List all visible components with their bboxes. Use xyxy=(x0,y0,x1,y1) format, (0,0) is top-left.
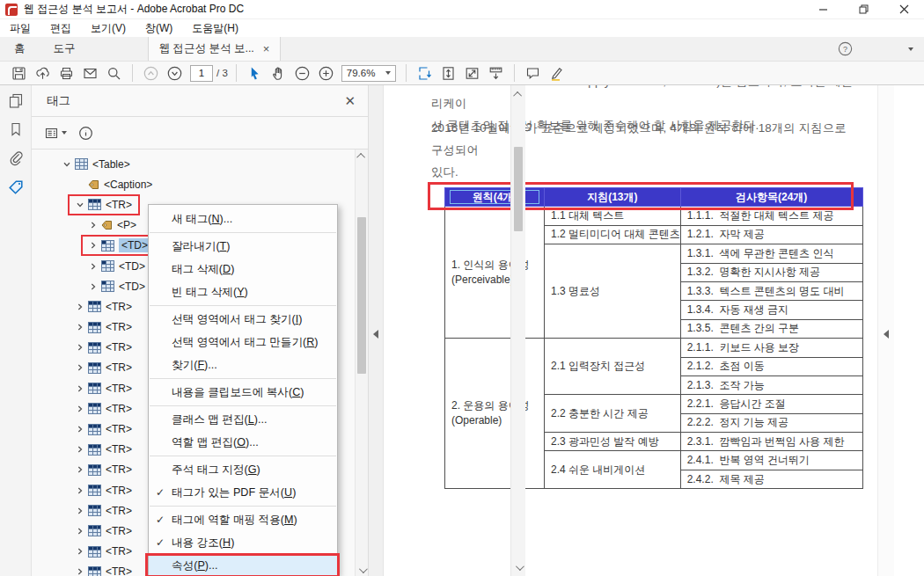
context-menu-item-빈 태그 삭제[interactable]: 빈 태그 삭제(Y) xyxy=(149,281,337,303)
tab-close-icon[interactable]: × xyxy=(263,42,270,55)
table-row-icon xyxy=(88,383,101,394)
chevron-right-icon[interactable] xyxy=(75,527,85,536)
tree-item-table[interactable]: <Table> xyxy=(32,154,354,174)
menu-보기(V)[interactable]: 보기(V) xyxy=(81,19,136,37)
tags-options-menu-icon[interactable] xyxy=(44,126,67,141)
context-menu-item-태그가 있는 PDF 문서[interactable]: ✓태그가 있는 PDF 문서(U) xyxy=(149,481,337,504)
chevron-right-icon[interactable] xyxy=(75,363,85,372)
page-thumbnails-icon[interactable] xyxy=(8,92,24,108)
checkpoint-cell: 1.3.2. 명확한 지시사항 제공 xyxy=(680,263,862,281)
zoom-level-dropdown[interactable]: 79.6% xyxy=(341,65,396,82)
scrolling-mode-icon[interactable] xyxy=(417,66,432,81)
expand-right-pane-icon[interactable] xyxy=(884,330,889,339)
chevron-right-icon[interactable] xyxy=(75,507,85,515)
fit-visible-icon[interactable] xyxy=(488,66,503,81)
context-menu-item-찾기[interactable]: 찾기(F)... xyxy=(149,354,337,376)
help-icon[interactable]: ? xyxy=(838,41,853,56)
toolbar-options-caret-icon[interactable] xyxy=(908,47,913,51)
chevron-right-icon[interactable] xyxy=(75,465,85,474)
chevron-right-icon[interactable] xyxy=(75,425,85,434)
attachments-icon[interactable] xyxy=(8,150,24,166)
minimize-button[interactable] xyxy=(803,0,843,18)
zoom-in-icon[interactable] xyxy=(319,66,334,81)
checkpoint-cell: 2.4.2. 제목 제공 xyxy=(680,470,862,488)
tree-item-label: <TD> xyxy=(119,238,150,252)
chevron-right-icon[interactable] xyxy=(88,282,99,291)
select-tool-icon[interactable] xyxy=(247,66,262,81)
chevron-right-icon[interactable] xyxy=(75,547,85,556)
context-menu-item-내용 강조[interactable]: ✓내용 강조(H) xyxy=(149,531,337,554)
context-menu-item-태그 삭제[interactable]: 태그 삭제(D) xyxy=(149,258,337,281)
chevron-right-icon[interactable] xyxy=(75,384,85,393)
page-number-input[interactable]: 1 xyxy=(190,65,213,82)
context-menu-item-label: 새 태그(N)... xyxy=(172,213,232,225)
tags-icon[interactable] xyxy=(8,179,24,195)
chevron-right-icon[interactable] xyxy=(75,486,85,495)
chevron-right-icon[interactable] xyxy=(75,323,85,332)
checkmark-icon: ✓ xyxy=(156,531,165,554)
page-next-icon[interactable] xyxy=(167,66,182,81)
context-menu-item-선택 영역에서 태그 찾기[interactable]: 선택 영역에서 태그 찾기(I) xyxy=(149,308,337,331)
menu-도움말(H)[interactable]: 도움말(H) xyxy=(182,19,248,37)
context-menu-item-내용을 클립보드에 복사[interactable]: 내용을 클립보드에 복사(C) xyxy=(149,381,337,404)
print-icon[interactable] xyxy=(59,66,74,81)
context-menu-item-label: 잘라내기(T) xyxy=(172,240,230,252)
context-menu-item-주석 태그 지정[interactable]: 주석 태그 지정(G) xyxy=(149,458,337,481)
chevron-right-icon[interactable] xyxy=(75,445,85,454)
chevron-right-icon[interactable] xyxy=(75,303,85,311)
menu-편집[interactable]: 편집 xyxy=(40,19,81,37)
page-previous-icon xyxy=(143,66,158,81)
zoom-out-icon[interactable] xyxy=(295,66,310,81)
search-icon[interactable] xyxy=(106,66,121,81)
chevron-right-icon[interactable] xyxy=(88,262,99,271)
tools-tab[interactable]: 도구 xyxy=(40,37,90,61)
context-menu-item-새 태그[interactable]: 새 태그(N)... xyxy=(149,208,337,230)
page-total-label: / 3 xyxy=(216,68,228,78)
info-icon[interactable] xyxy=(78,126,93,141)
tags-panel-scrollbar[interactable] xyxy=(355,149,368,576)
checkpoint-cell: 2.2.2. 정지 기능 제공 xyxy=(680,413,862,432)
chevron-down-icon[interactable] xyxy=(75,201,85,209)
restore-button[interactable] xyxy=(843,0,884,18)
context-menu-item-잘라내기[interactable]: 잘라내기(T) xyxy=(149,235,337,258)
hand-tool-icon[interactable] xyxy=(271,66,286,81)
collapse-panel-icon[interactable] xyxy=(373,330,378,339)
menu-파일[interactable]: 파일 xyxy=(0,19,40,37)
document-scrollbar-thumb[interactable] xyxy=(514,147,523,231)
tree-item-label: <TR> xyxy=(106,525,132,537)
share-file-icon[interactable] xyxy=(35,66,50,81)
context-menu-item-태그에 역할 매핑 적용[interactable]: ✓태그에 역할 매핑 적용(M) xyxy=(149,508,337,531)
home-tab[interactable]: 홈 xyxy=(0,37,40,61)
context-menu-item-역할 맵 편집[interactable]: 역할 맵 편집(O)... xyxy=(149,431,337,454)
table-row-icon xyxy=(88,485,101,496)
highlight-text-icon[interactable] xyxy=(549,66,564,81)
tags-panel-scrollbar-thumb[interactable] xyxy=(357,217,366,374)
chevron-right-icon[interactable] xyxy=(75,343,85,352)
tree-item-label: <Table> xyxy=(92,158,130,171)
comment-icon[interactable] xyxy=(525,66,540,81)
panel-splitter[interactable] xyxy=(368,85,384,576)
fit-width-icon[interactable] xyxy=(465,66,480,81)
bookmarks-icon[interactable] xyxy=(8,121,24,137)
tree-item-caption[interactable]: <Caption> xyxy=(32,174,354,194)
checkpoint-cell: 2.1.1. 키보드 사용 보장 xyxy=(680,339,862,357)
guideline-cell: 1.2 멀티미디어 대체 콘텐츠 xyxy=(545,225,681,244)
email-icon[interactable] xyxy=(83,66,98,81)
tags-panel-close-icon[interactable]: ✕ xyxy=(344,93,356,109)
chevron-right-icon[interactable] xyxy=(75,405,85,413)
menu-창(W)[interactable]: 창(W) xyxy=(136,19,182,37)
context-menu-item-속성[interactable]: 속성(P)... xyxy=(149,554,337,576)
close-button[interactable] xyxy=(884,0,924,18)
chevron-down-icon[interactable] xyxy=(62,160,72,169)
document-tab[interactable]: 웹 접근성 분석 보... × xyxy=(148,37,282,61)
chevron-right-icon[interactable] xyxy=(88,241,99,250)
context-menu-item-선택 영역에서 태그 만들기[interactable]: 선택 영역에서 태그 만들기(R) xyxy=(149,331,337,354)
chevron-right-icon[interactable] xyxy=(88,221,99,230)
save-icon[interactable] xyxy=(11,66,26,81)
table-cell-icon xyxy=(101,260,114,272)
fit-page-icon[interactable] xyxy=(441,66,456,81)
context-menu-item-클래스 맵 편집[interactable]: 클래스 맵 편집(L)... xyxy=(149,408,337,431)
menu-separator xyxy=(150,506,336,507)
chevron-right-icon[interactable] xyxy=(75,567,85,576)
document-scrollbar[interactable] xyxy=(510,85,525,576)
